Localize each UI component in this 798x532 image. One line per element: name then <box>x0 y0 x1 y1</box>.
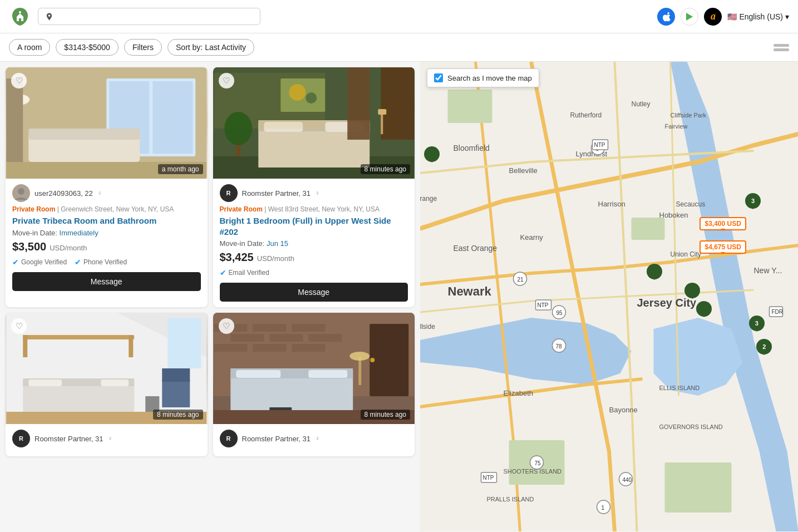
card-user-4: R Roomster Partner, 31 ♀ <box>220 430 408 447</box>
svg-rect-20 <box>347 67 370 140</box>
svg-rect-34 <box>129 335 133 357</box>
svg-text:GOVERNORS ISLAND: GOVERNORS ISLAND <box>659 423 723 430</box>
listings-panel: ♡ a month ago user24093063, 22 <box>0 62 420 531</box>
svg-point-13 <box>18 188 24 195</box>
room-type-1: Private Room <box>12 205 55 213</box>
gender-1: ♀ <box>97 189 102 197</box>
svg-rect-37 <box>28 380 62 386</box>
flag-icon: 🇺🇸 <box>727 12 737 21</box>
map-marker-4[interactable] <box>684 283 700 298</box>
address-2: West 83rd Street, New York, NY, USA <box>268 205 380 213</box>
svg-text:NTP: NTP <box>483 475 494 481</box>
favorite-button-1[interactable]: ♡ <box>11 73 27 88</box>
card-verified-1: ✔ Google Verified ✔ Phone Verified <box>12 258 201 267</box>
card-price-2: $3,425 USD/month <box>220 251 408 264</box>
amazon-icon[interactable]: a <box>704 8 722 26</box>
favorite-button-3[interactable]: ♡ <box>11 318 27 334</box>
svg-rect-51 <box>308 334 342 342</box>
username-4: Roomster Partner, 31 <box>242 435 311 443</box>
svg-rect-60 <box>308 370 347 378</box>
listing-title-1: Private Tribeca Room and Bathroom <box>12 215 201 226</box>
svg-text:21: 21 <box>518 277 524 283</box>
svg-rect-21 <box>381 67 414 140</box>
svg-text:llside: llside <box>420 323 435 331</box>
svg-text:Rutherford: Rutherford <box>570 111 602 119</box>
svg-text:PRALLS ISLAND: PRALLS ISLAND <box>487 496 534 503</box>
svg-rect-39 <box>162 380 190 407</box>
sort-button[interactable]: Sort by: Last Activity <box>168 39 254 56</box>
card-image-wrap: ♡ a month ago <box>6 67 208 179</box>
search-bar[interactable]: New York, NY, USA <box>38 8 260 25</box>
listing-title-2: Bright 1 Bedroom (Full) in Upper West Si… <box>220 215 408 237</box>
svg-rect-50 <box>269 334 303 342</box>
listing-card-2: ♡ 8 minutes ago R Roomster Partner, 31 ♀… <box>213 67 415 307</box>
view-toggle[interactable] <box>774 44 789 51</box>
location-input[interactable]: New York, NY, USA <box>58 12 253 21</box>
svg-text:Cliffside Park: Cliffside Park <box>671 112 707 119</box>
filter-bar: A room $3143-$5000 Filters Sort by: Last… <box>0 33 798 62</box>
svg-text:Harrison: Harrison <box>598 200 625 208</box>
price-badge-2[interactable]: $4,675 USD <box>700 240 746 254</box>
svg-rect-53 <box>253 344 286 352</box>
movein-val-1: Immediately <box>60 229 98 237</box>
favorite-button-2[interactable]: ♡ <box>219 73 234 88</box>
svg-text:NTP: NTP <box>538 302 549 308</box>
card-body-3: R Roomster Partner, 31 ♀ <box>6 424 208 456</box>
price-currency-1: USD/month <box>50 244 87 252</box>
price-badge-1[interactable]: $3,400 USD <box>700 217 746 230</box>
map-panel[interactable]: Bloomfield Belleville Lyndhurst East Ora… <box>420 62 798 531</box>
apple-app-icon[interactable] <box>657 8 675 26</box>
svg-text:Union City: Union City <box>671 250 701 258</box>
username-1: user24093063, 22 <box>35 189 93 198</box>
favorite-button-4[interactable]: ♡ <box>219 318 234 334</box>
svg-text:78: 78 <box>556 343 563 349</box>
address-1: Greenwich Street, New York, NY, USA <box>61 205 174 213</box>
map-marker-5[interactable] <box>696 301 712 317</box>
user-avatar-3: R <box>12 430 30 447</box>
gender-2: ♀ <box>315 189 320 197</box>
map-svg: Bloomfield Belleville Lyndhurst East Ora… <box>420 62 798 531</box>
card-body-1: user24093063, 22 ♀ Private Room | Greenw… <box>6 179 208 297</box>
listing-time-1: a month ago <box>158 164 203 174</box>
room-type-filter[interactable]: A room <box>9 39 50 56</box>
card-user-3: R Roomster Partner, 31 ♀ <box>12 430 201 447</box>
listing-image-1 <box>6 67 208 179</box>
google-verified-label: Google Verified <box>21 258 67 266</box>
logo[interactable] <box>9 6 31 28</box>
email-verified-label: Email Verified <box>229 269 269 277</box>
check-icon-2: ✔ <box>75 258 81 267</box>
svg-point-27 <box>306 92 317 104</box>
check-icon-1: ✔ <box>12 258 19 267</box>
listing-time-3: 8 minutes ago <box>153 410 203 420</box>
svg-rect-38 <box>101 380 129 386</box>
header-right: a 🇺🇸 English (US) ▾ <box>657 8 789 26</box>
svg-rect-61 <box>358 357 361 385</box>
movein-val-2: Jun 15 <box>267 239 288 248</box>
message-button-1[interactable]: Message <box>12 272 201 291</box>
card-body-4: R Roomster Partner, 31 ♀ <box>213 424 415 456</box>
svg-rect-48 <box>292 324 325 332</box>
listing-card: ♡ a month ago user24093063, 22 <box>6 67 208 307</box>
filters-button[interactable]: Filters <box>124 39 162 56</box>
search-as-move-checkbox[interactable] <box>434 73 443 82</box>
gender-4: ♀ <box>315 435 320 442</box>
card-user-2: R Roomster Partner, 31 ♀ <box>220 184 408 202</box>
user-avatar-2: R <box>220 184 238 202</box>
card-verified-2: ✔ Email Verified <box>220 268 408 277</box>
movein-2: Move-in Date: Jun 15 <box>220 239 408 248</box>
google-play-icon[interactable] <box>681 8 698 26</box>
price-filter[interactable]: $3143-$5000 <box>56 39 119 56</box>
listing-time-4: 8 minutes ago <box>361 410 410 420</box>
svg-rect-55 <box>370 324 408 396</box>
chevron-down-icon: ▾ <box>785 12 789 21</box>
listing-image-4 <box>213 313 415 424</box>
svg-rect-11 <box>6 78 23 162</box>
map-marker-1[interactable] <box>424 146 440 162</box>
map-marker-6[interactable]: 3 <box>749 316 765 331</box>
card-body-2: R Roomster Partner, 31 ♀ Private Room | … <box>213 179 415 307</box>
svg-point-26 <box>289 84 306 101</box>
svg-text:East Orange: East Orange <box>454 244 497 253</box>
svg-rect-5 <box>152 81 193 154</box>
message-button-2[interactable]: Message <box>220 283 408 302</box>
language-selector[interactable]: 🇺🇸 English (US) ▾ <box>727 12 789 21</box>
